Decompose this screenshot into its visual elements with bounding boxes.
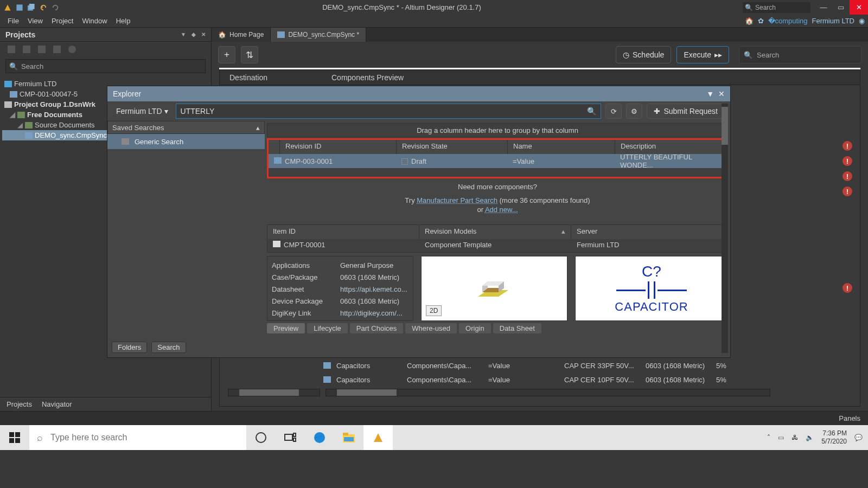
scrollbar-horizontal[interactable] [228,389,320,396]
task-view-icon[interactable] [276,425,305,450]
panel-pin-icon[interactable]: ◆ [192,31,196,37]
toolbar-icon[interactable] [53,46,61,53]
panel-menu-icon[interactable]: ▼ [181,31,186,37]
table-row[interactable]: CMPT-00001 Component Template Fermium LT… [267,239,727,252]
scrollbar-horizontal[interactable] [326,389,770,396]
altium-icon[interactable] [363,425,393,450]
toolbar-icon[interactable] [23,46,30,53]
avatar-icon[interactable]: ◉ [859,17,865,25]
saved-search-item[interactable]: Generic Search [107,134,265,149]
explorer-title-bar[interactable]: Explorer ▼ ✕ [107,86,730,101]
save-all-icon[interactable] [26,2,37,13]
footer-tab-projects[interactable]: Projects [7,400,32,408]
folders-tab[interactable]: Folders [112,342,147,353]
col-header[interactable]: Revision ID [280,140,397,154]
main-search[interactable]: 🔍Search [739,46,861,63]
toolbar-icon[interactable] [8,46,15,53]
cloud-icon[interactable]: �computing [768,17,808,25]
home-icon[interactable]: 🏠 [745,17,754,25]
saved-searches-header[interactable]: Saved Searches▴ [107,121,265,134]
minimize-button[interactable]: — [815,0,832,15]
tab-preview[interactable]: Preview [267,323,305,333]
taskbar-search[interactable]: ⌕ Type here to search [29,425,246,450]
grid-header[interactable]: Revision ID Revision State Name Descript… [269,140,726,154]
menu-view[interactable]: View [23,16,47,26]
preview-3d[interactable]: 2D [421,256,567,321]
close-icon[interactable]: ✕ [718,89,725,98]
schematic-symbol[interactable]: C? CAPACITOR [575,256,728,321]
gear-icon[interactable] [68,46,76,53]
error-icon[interactable]: ! [843,283,852,293]
file-explorer-icon[interactable] [334,425,363,450]
grid-header[interactable]: Item ID Revision Models▴ Server [267,225,727,239]
toolbar-icon[interactable] [38,46,46,53]
grid-row-selected[interactable]: CMP-003-0001 Draft =Value UTTERLY BEAUTI… [269,154,726,168]
notifications-icon[interactable]: 💬 [854,434,863,441]
col-header[interactable]: Name [508,140,615,154]
gear-icon[interactable]: ✿ [758,17,764,25]
sort-asc-icon[interactable]: ▴ [561,227,565,235]
col-header[interactable]: Description [615,140,726,154]
add-new-link[interactable]: Add new... [485,206,518,214]
workspace-dropdown[interactable]: Fermium LTD▾ [113,107,171,115]
volume-icon[interactable]: 🔈 [806,434,814,441]
error-icon[interactable]: ! [843,156,852,166]
search-icon[interactable]: 🔍 [587,107,596,115]
scrollbar-vertical[interactable] [722,104,728,353]
error-icon[interactable]: ! [843,141,852,151]
prop-link[interactable]: https://api.kemet.co... [340,284,407,296]
col-header[interactable]: Server [571,225,727,239]
close-button[interactable]: ✕ [850,0,868,15]
tab-where-used[interactable]: Where-used [405,323,457,333]
footer-tab-navigator[interactable]: Navigator [42,400,72,408]
execute-button[interactable]: Execute▸▸ [676,46,729,63]
date: 5/7/2020 [821,438,847,446]
col-header[interactable]: Revision Models [425,227,476,235]
panels-button[interactable]: Panels [839,414,860,422]
projects-search[interactable]: 🔍 Search [5,59,206,73]
schedule-button[interactable]: ◷Schedule [616,46,671,63]
table-row[interactable]: Capacitors Components\Capa... =Value CAP… [323,373,768,387]
explorer-search[interactable]: UTTERLY 🔍 [176,104,602,119]
col-header[interactable]: Revision State [397,140,508,154]
edge-icon[interactable] [305,425,334,450]
gear-icon[interactable]: ⚙ [626,104,642,119]
panel-menu-icon[interactable]: ▼ [706,89,714,98]
maximize-button[interactable]: ▭ [832,0,850,15]
cortana-icon[interactable] [246,425,276,450]
clock[interactable]: 7:36 PM 5/7/2020 [821,429,847,446]
error-icon[interactable]: ! [843,187,852,196]
sync-button[interactable]: ⇅ [241,46,258,63]
preview-mode-tag[interactable]: 2D [426,305,442,316]
tab-cmpsync[interactable]: DEMO_sync.CmpSync * [271,28,366,42]
menu-help[interactable]: Help [112,16,135,26]
tree-label: Project Group 1.DsnWrk [14,99,95,110]
refresh-button[interactable]: ⟳ [605,104,622,119]
save-icon[interactable] [14,2,25,13]
menu-project[interactable]: Project [47,16,78,26]
panel-close-icon[interactable]: ✕ [201,31,206,37]
mps-link[interactable]: Manufacturer Part Search [417,196,497,204]
tab-origin[interactable]: Origin [459,323,491,333]
start-button[interactable] [0,425,29,450]
table-row[interactable]: Capacitors Components\Capa... =Value CAP… [323,358,768,373]
title-search[interactable]: 🔍 Search [743,2,810,13]
workspace-label[interactable]: Fermium LTD [812,17,854,25]
network-icon[interactable]: 🖧 [792,434,798,441]
tab-datasheet[interactable]: Data Sheet [493,323,541,333]
undo-icon[interactable] [38,2,49,13]
tray-chevron-icon[interactable]: ˄ [767,434,770,441]
search-tab[interactable]: Search [151,342,186,353]
prop-link[interactable]: http://digikey.com/... [340,307,403,319]
col-header[interactable]: Item ID [267,225,419,239]
tab-part-choices[interactable]: Part Choices [350,323,403,333]
battery-icon[interactable]: ▭ [778,434,784,441]
tab-lifecycle[interactable]: Lifecycle [307,323,348,333]
add-button[interactable]: + [218,46,235,63]
error-icon[interactable]: ! [843,171,852,181]
submit-request-button[interactable]: ✚Submit Request [647,104,725,119]
menu-window[interactable]: Window [78,16,111,26]
tab-home[interactable]: 🏠Home Page [212,28,271,42]
redo-icon[interactable] [50,2,61,13]
menu-file[interactable]: File [3,16,23,26]
